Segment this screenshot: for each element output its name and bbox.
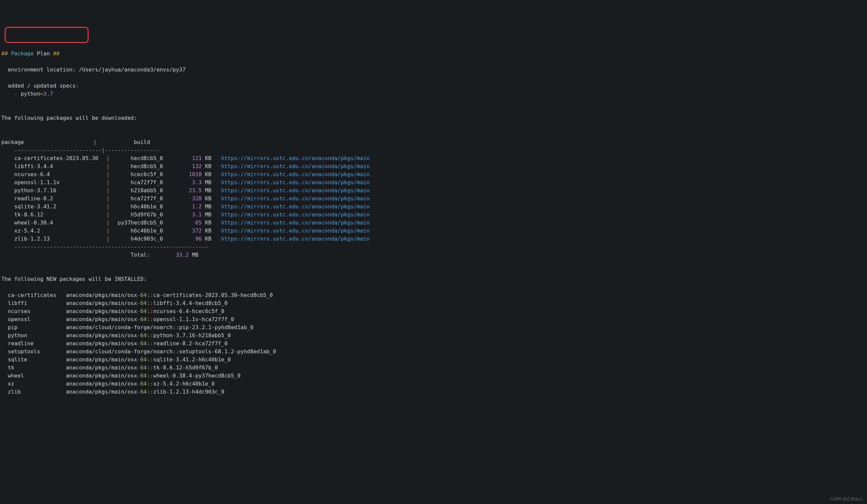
mirror-link[interactable]: https://mirrors.ustc.edu.cn/anaconda/pkg… — [215, 211, 370, 219]
package-row: tk-8.6.12|h5d9f67b_03.1 MBhttps://mirror… — [1, 211, 866, 219]
install-row: xzanaconda/pkgs/main/osx-64::xz-5.4.2-h6… — [1, 380, 866, 388]
env-location: environment location: /Users/jayhua/anac… — [8, 66, 185, 73]
package-row: openssl-1.1.1v|hca72f7f_03.3 MBhttps://m… — [1, 179, 866, 186]
install-row: ca-certificatesanaconda/pkgs/main/osx-64… — [1, 291, 866, 299]
mirror-link[interactable]: https://mirrors.ustc.edu.cn/anaconda/pkg… — [215, 186, 370, 195]
package-row: ncurses-6.4|hcec6c5f_01018 KBhttps://mir… — [1, 170, 866, 179]
total-row: Total:33.2 MB — [1, 251, 866, 259]
mirror-link[interactable]: https://mirrors.ustc.edu.cn/anaconda/pkg… — [215, 154, 370, 162]
install-row: sqliteanaconda/pkgs/main/osx-64::sqlite-… — [1, 356, 866, 364]
install-row: wheelanaconda/pkgs/main/osx-64::wheel-0.… — [1, 372, 866, 380]
mirror-link[interactable]: https://mirrors.ustc.edu.cn/anaconda/pkg… — [215, 219, 370, 227]
mirror-link[interactable]: https://mirrors.ustc.edu.cn/anaconda/pkg… — [215, 227, 370, 235]
table-divider-bottom: ----------------------------------------… — [1, 243, 866, 251]
package-row: sqlite-3.41.2|h6c40b1e_01.2 MBhttps://mi… — [1, 203, 866, 211]
package-row: wheel-0.38.4|py37hecd8cb5_065 KBhttps://… — [1, 219, 866, 227]
install-row: zlibanaconda/pkgs/main/osx-64::zlib-1.2.… — [1, 388, 866, 396]
install-row: opensslanaconda/pkgs/main/osx-64::openss… — [1, 315, 866, 323]
install-heading: The following NEW packages will be INSTA… — [1, 276, 147, 282]
header-line: ## Package Plan ## — [1, 50, 60, 57]
added-updated-specs: added / updated specs: — [8, 83, 79, 89]
install-row: tkanaconda/pkgs/main/osx-64::tk-8.6.12-h… — [1, 364, 866, 372]
mirror-link[interactable]: https://mirrors.ustc.edu.cn/anaconda/pkg… — [215, 170, 370, 179]
spec-item: - python=3.7 — [14, 90, 53, 97]
table-header: package|build — [1, 138, 866, 146]
highlight-annotation — [5, 27, 88, 43]
mirror-link[interactable]: https://mirrors.ustc.edu.cn/anaconda/pkg… — [215, 203, 370, 211]
download-heading: The following packages will be downloade… — [1, 115, 137, 121]
install-row: libffianaconda/pkgs/main/osx-64::libffi-… — [1, 299, 866, 307]
mirror-link[interactable]: https://mirrors.ustc.edu.cn/anaconda/pkg… — [215, 235, 370, 243]
mirror-link[interactable]: https://mirrors.ustc.edu.cn/anaconda/pkg… — [215, 162, 370, 170]
package-row: readline-8.2|hca72f7f_0328 KBhttps://mir… — [1, 195, 866, 203]
install-row: setuptoolsanaconda/cloud/conda-forge/noa… — [1, 347, 866, 356]
install-row: readlineanaconda/pkgs/main/osx-64::readl… — [1, 340, 866, 347]
package-row: xz-5.4.2|h6c40b1e_0372 KBhttps://mirrors… — [1, 227, 866, 235]
mirror-link[interactable]: https://mirrors.ustc.edu.cn/anaconda/pkg… — [215, 195, 370, 203]
watermark: CSDN @乙真仙人 — [830, 496, 863, 502]
package-row: libffi-3.4.4|hecd8cb5_0132 KBhttps://mir… — [1, 162, 866, 170]
install-row: ncursesanaconda/pkgs/main/osx-64::ncurse… — [1, 307, 866, 315]
table-divider: ---------------------------|------------… — [1, 146, 866, 154]
package-row: ca-certificates-2023.05.30|hecd8cb5_0121… — [1, 154, 866, 162]
install-row: pipanaconda/cloud/conda-forge/noarch::pi… — [1, 323, 866, 332]
install-row: pythonanaconda/pkgs/main/osx-64::python-… — [1, 332, 866, 340]
package-row: zlib-1.2.13|h4dc903c_096 KBhttps://mirro… — [1, 235, 866, 243]
mirror-link[interactable]: https://mirrors.ustc.edu.cn/anaconda/pkg… — [215, 179, 370, 186]
package-row: python-3.7.16|h218abb5_023.5 MBhttps://m… — [1, 186, 866, 195]
